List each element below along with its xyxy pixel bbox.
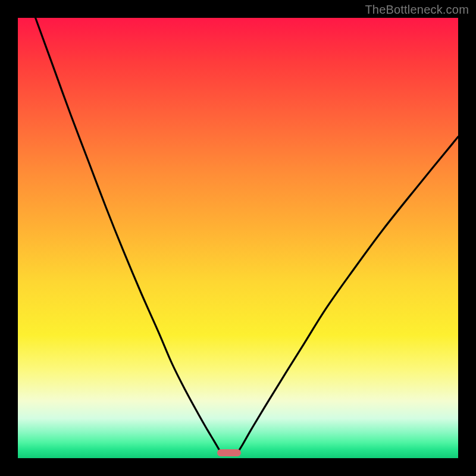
chart-frame: TheBottleneck.com xyxy=(0,0,476,476)
min-marker xyxy=(217,449,241,456)
plot-area xyxy=(18,18,458,458)
curves-svg xyxy=(18,18,458,458)
right-curve xyxy=(238,137,458,452)
watermark-text: TheBottleneck.com xyxy=(365,3,469,17)
left-curve xyxy=(36,18,221,452)
